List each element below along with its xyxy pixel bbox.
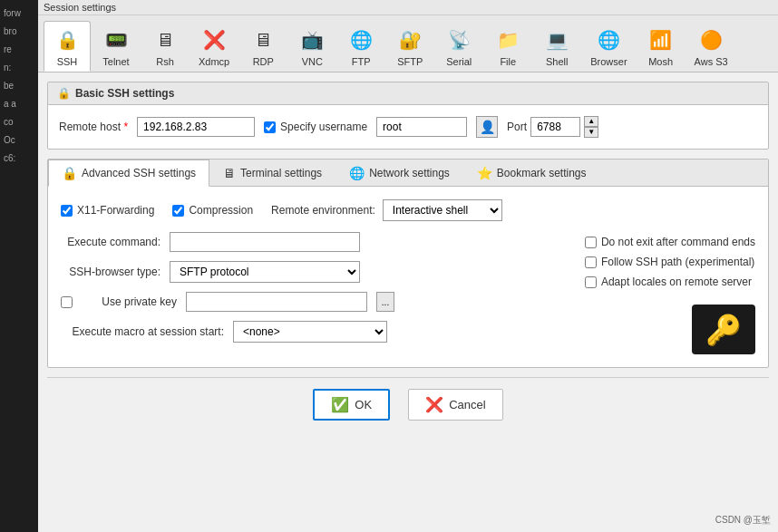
cancel-label: Cancel bbox=[449, 398, 485, 411]
right-column: Do not exit after command ends Follow SS… bbox=[585, 232, 755, 354]
basic-ssh-header: 🔒 Basic SSH settings bbox=[48, 82, 768, 105]
port-group: Port ▲ ▼ bbox=[507, 116, 598, 138]
port-down-button[interactable]: ▼ bbox=[584, 127, 598, 138]
left-text-9: c6: bbox=[0, 150, 38, 168]
private-key-checkbox[interactable] bbox=[61, 296, 73, 308]
avatar-button[interactable]: 👤 bbox=[476, 116, 498, 138]
ssh-browser-row: SSH-browser type: SFTP protocol SCP prot… bbox=[61, 261, 567, 283]
adv-ssh-icon: 🔒 bbox=[62, 166, 77, 180]
session-area: 🔒 Basic SSH settings Remote host * Speci… bbox=[38, 73, 778, 532]
advanced-tab-bar: 🔒 Advanced SSH settings 🖥 Terminal setti… bbox=[48, 160, 768, 187]
tab-file[interactable]: 📁 File bbox=[484, 21, 531, 72]
tab-shell[interactable]: 💻 Shell bbox=[533, 21, 580, 72]
ftp-icon: 🌐 bbox=[346, 25, 375, 54]
adapt-locales-label: Adapt locales on remote server bbox=[601, 276, 752, 288]
file-icon: 📁 bbox=[493, 25, 522, 54]
left-text-1: forw bbox=[0, 5, 38, 23]
left-text-3: re bbox=[0, 41, 38, 59]
ssh-browser-select[interactable]: SFTP protocol SCP protocol FTP protocol bbox=[170, 261, 360, 283]
basic-ssh-panel: 🔒 Basic SSH settings Remote host * Speci… bbox=[47, 82, 769, 150]
watermark: CSDN @玉堑 bbox=[715, 514, 771, 527]
macro-row: Execute macro at session start: <none> bbox=[61, 321, 567, 343]
network-icon: 🌐 bbox=[349, 166, 365, 180]
tab-telnet[interactable]: 📟 Telnet bbox=[92, 21, 140, 72]
left-text-5: be bbox=[0, 77, 38, 95]
xdmcp-icon: ❌ bbox=[199, 25, 229, 54]
left-column: Execute command: SSH-browser type: SFTP … bbox=[61, 232, 567, 354]
adapt-locales-checkbox[interactable] bbox=[585, 276, 597, 288]
dialog-title: Session settings bbox=[44, 2, 116, 13]
follow-ssh-path-checkbox[interactable] bbox=[585, 256, 597, 268]
ssh-browser-label: SSH-browser type: bbox=[61, 266, 160, 278]
tab-ssh[interactable]: 🔒 SSH bbox=[44, 21, 91, 72]
cancel-icon: ❌ bbox=[425, 396, 443, 413]
key-icon: 🔑 bbox=[692, 305, 755, 354]
browse-button[interactable]: ... bbox=[376, 292, 394, 312]
ok-button[interactable]: ✅ OK bbox=[313, 389, 390, 421]
left-text-8: Oc bbox=[0, 131, 38, 150]
tab-sftp[interactable]: 🔐 SFTP bbox=[386, 21, 433, 72]
ssh-icon: 🔒 bbox=[53, 25, 82, 54]
specify-username-checkbox[interactable] bbox=[264, 121, 276, 133]
port-up-button[interactable]: ▲ bbox=[584, 116, 598, 127]
username-input[interactable] bbox=[376, 117, 467, 137]
port-spinner: ▲ ▼ bbox=[584, 116, 598, 138]
do-not-exit-label: Do not exit after command ends bbox=[601, 236, 755, 248]
do-not-exit-checkbox[interactable] bbox=[585, 237, 597, 248]
compression-group: Compression bbox=[172, 204, 253, 217]
advanced-body: X11-Forwarding Compression Remote enviro… bbox=[48, 187, 768, 367]
basic-ssh-title: Basic SSH settings bbox=[75, 87, 174, 100]
ok-label: OK bbox=[355, 398, 372, 411]
tab-rdp[interactable]: 🖥 RDP bbox=[239, 21, 287, 72]
compression-checkbox[interactable] bbox=[172, 205, 184, 217]
tab-mosh[interactable]: 📶 Mosh bbox=[637, 21, 685, 72]
shell-icon: 💻 bbox=[542, 25, 571, 54]
tab-aws-s3[interactable]: 🟠 Aws S3 bbox=[686, 21, 736, 72]
do-not-exit-group: Do not exit after command ends bbox=[585, 236, 755, 248]
port-input[interactable] bbox=[530, 117, 580, 137]
tab-rsh[interactable]: 🖥 Rsh bbox=[141, 21, 189, 72]
browser-icon: 🌐 bbox=[594, 25, 623, 54]
left-text-7: co bbox=[0, 113, 38, 131]
tab-serial[interactable]: 📡 Serial bbox=[435, 21, 482, 72]
main-content: Session settings 🔒 SSH 📟 Telnet 🖥 Rsh ❌ … bbox=[38, 0, 778, 532]
remote-host-input[interactable] bbox=[137, 117, 255, 137]
adv-tab-network[interactable]: 🌐 Network settings bbox=[336, 160, 463, 186]
private-key-checkbox-group: Use private key bbox=[61, 295, 177, 308]
tab-ftp[interactable]: 🌐 FTP bbox=[337, 21, 384, 72]
specify-username-label: Specify username bbox=[280, 121, 367, 133]
adv-tab-advanced[interactable]: 🔒 Advanced SSH settings bbox=[48, 160, 209, 187]
tab-xdmcp[interactable]: ❌ Xdmcp bbox=[190, 21, 238, 72]
vnc-icon: 📺 bbox=[297, 25, 326, 54]
follow-ssh-path-group: Follow SSH path (experimental) bbox=[585, 256, 755, 268]
advanced-ssh-panel: 🔒 Advanced SSH settings 🖥 Terminal setti… bbox=[47, 159, 769, 368]
adapt-locales-group: Adapt locales on remote server bbox=[585, 276, 755, 288]
exec-cmd-label: Execute command: bbox=[61, 236, 160, 248]
cancel-button[interactable]: ❌ Cancel bbox=[408, 389, 502, 421]
private-key-input[interactable] bbox=[186, 292, 367, 312]
bookmark-icon: ⭐ bbox=[477, 166, 492, 180]
rdp-icon: 🖥 bbox=[248, 25, 277, 54]
two-col-layout: Execute command: SSH-browser type: SFTP … bbox=[61, 232, 755, 354]
remote-env-group: Remote environment: Interactive shell De… bbox=[271, 199, 502, 221]
adv-tab-bookmark[interactable]: ⭐ Bookmark settings bbox=[463, 160, 600, 186]
x11-label: X11-Forwarding bbox=[77, 204, 154, 217]
macro-label: Execute macro at session start: bbox=[61, 325, 224, 338]
adv-row-1: X11-Forwarding Compression Remote enviro… bbox=[61, 199, 755, 221]
tab-vnc[interactable]: 📺 VNC bbox=[288, 21, 336, 72]
port-label: Port bbox=[507, 121, 527, 133]
dialog-buttons: ✅ OK ❌ Cancel bbox=[47, 377, 769, 431]
x11-checkbox[interactable] bbox=[61, 205, 73, 217]
remote-env-select[interactable]: Interactive shell Default shell Custom c… bbox=[383, 199, 502, 221]
specify-username-group: Specify username bbox=[264, 121, 367, 133]
adv-tab-terminal[interactable]: 🖥 Terminal settings bbox=[209, 160, 336, 186]
macro-select[interactable]: <none> bbox=[233, 321, 387, 343]
left-text-6: a a bbox=[0, 95, 38, 113]
exec-cmd-input[interactable] bbox=[170, 232, 360, 252]
left-panel: forw bro re n: be a a co Oc c6: bbox=[0, 0, 38, 532]
basic-ssh-row: Remote host * Specify username 👤 bbox=[59, 116, 757, 138]
left-text-2: bro bbox=[0, 23, 38, 41]
x11-group: X11-Forwarding bbox=[61, 204, 154, 217]
left-text-4: n: bbox=[0, 59, 38, 77]
tab-browser[interactable]: 🌐 Browser bbox=[582, 21, 635, 72]
